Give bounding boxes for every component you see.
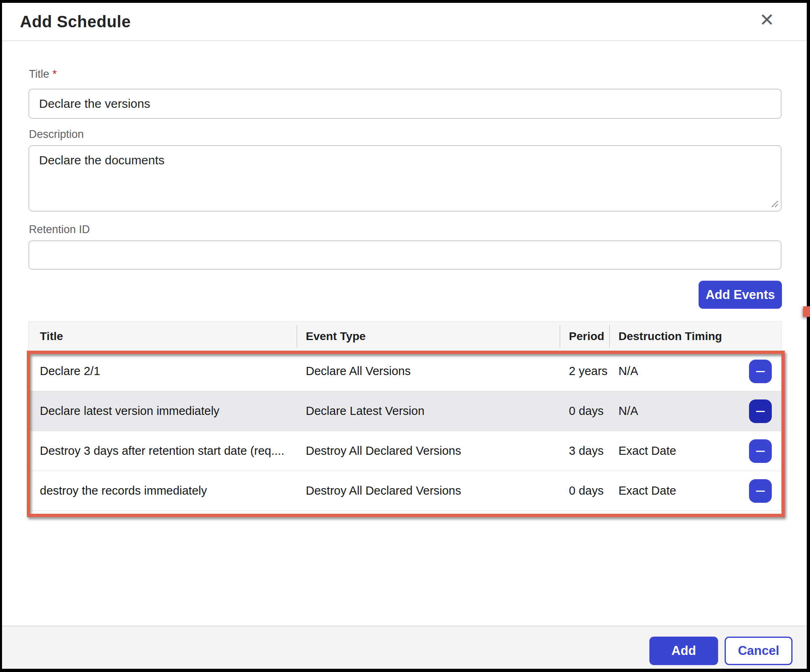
event-type-cell: Declare Latest Version bbox=[296, 404, 560, 418]
modal-footer: Add Cancel bbox=[2, 626, 807, 669]
title-input[interactable] bbox=[28, 89, 782, 119]
table-row: destroy the records immediately Destroy … bbox=[29, 471, 781, 511]
modal-header: Add Schedule ✕ bbox=[2, 3, 807, 41]
remove-event-button[interactable]: − bbox=[749, 399, 772, 423]
event-period-cell: 3 days bbox=[560, 444, 609, 458]
table-row: Declare 2/1 Declare All Versions 2 years… bbox=[29, 351, 781, 391]
event-title-cell: destroy the records immediately bbox=[29, 484, 296, 497]
title-label-text: Title bbox=[29, 68, 49, 80]
event-title-cell: Declare 2/1 bbox=[29, 364, 296, 378]
modal-title: Add Schedule bbox=[20, 13, 131, 31]
remove-event-button[interactable]: − bbox=[749, 439, 772, 463]
required-asterisk: * bbox=[52, 68, 57, 80]
event-title-cell: Destroy 3 days after retention start dat… bbox=[29, 444, 296, 458]
minus-icon: − bbox=[755, 404, 766, 417]
event-period-cell: 0 days bbox=[560, 484, 609, 497]
remove-event-button[interactable]: − bbox=[749, 479, 772, 503]
title-field-label: Title* bbox=[29, 68, 57, 81]
column-header-event-type: Event Type bbox=[296, 330, 560, 343]
description-field-label: Description bbox=[29, 128, 84, 141]
minus-icon: − bbox=[755, 443, 766, 457]
column-header-destruction-timing: Destruction Timing bbox=[609, 330, 781, 343]
minus-icon: − bbox=[755, 483, 766, 497]
event-type-cell: Destroy All Declared Versions bbox=[296, 444, 560, 458]
column-header-period: Period bbox=[560, 330, 609, 343]
table-row: Declare latest version immediately Decla… bbox=[29, 391, 781, 431]
event-type-cell: Destroy All Declared Versions bbox=[296, 484, 560, 497]
event-title-cell: Declare latest version immediately bbox=[29, 404, 296, 418]
event-period-cell: 0 days bbox=[560, 404, 609, 418]
cancel-button[interactable]: Cancel bbox=[725, 637, 793, 665]
event-period-cell: 2 years bbox=[560, 364, 609, 378]
events-table-header: Title Event Type Period Destruction Timi… bbox=[29, 322, 781, 351]
minus-icon: − bbox=[755, 364, 766, 377]
description-textarea[interactable]: Declare the documents bbox=[28, 145, 782, 212]
events-table: Title Event Type Period Destruction Timi… bbox=[28, 321, 782, 511]
retention-id-input[interactable] bbox=[28, 240, 782, 270]
add-schedule-modal: Add Schedule ✕ Title* Description Declar… bbox=[2, 3, 807, 669]
events-table-body: Declare 2/1 Declare All Versions 2 years… bbox=[29, 351, 781, 511]
close-icon[interactable]: ✕ bbox=[756, 9, 778, 31]
column-header-title: Title bbox=[29, 330, 296, 343]
add-events-button[interactable]: Add Events bbox=[699, 281, 782, 309]
add-button[interactable]: Add bbox=[649, 637, 718, 665]
table-row: Destroy 3 days after retention start dat… bbox=[29, 431, 781, 471]
retention-field-label: Retention ID bbox=[29, 223, 90, 236]
remove-event-button[interactable]: − bbox=[749, 360, 772, 383]
event-type-cell: Declare All Versions bbox=[296, 364, 560, 378]
